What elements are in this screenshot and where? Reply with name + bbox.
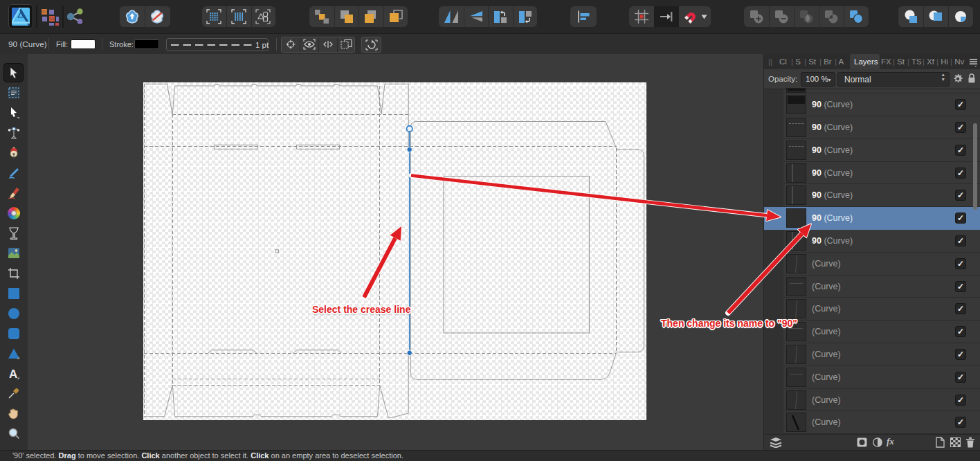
svg-text:A: A (9, 368, 17, 380)
